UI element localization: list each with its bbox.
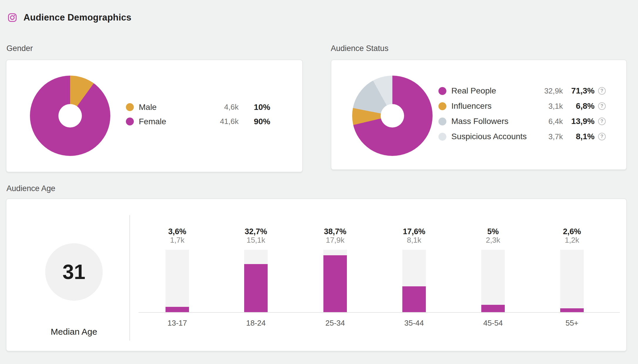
audience-status-donut-chart xyxy=(352,76,433,156)
bar-fill xyxy=(402,286,426,312)
vertical-divider xyxy=(129,215,130,341)
audience-demographics-page: Audience Demographics Gender Audience St… xyxy=(0,0,638,364)
bar-fill xyxy=(244,264,268,312)
page-title: Audience Demographics xyxy=(23,12,131,23)
bar-category-label: 45-54 xyxy=(468,319,518,327)
legend-row-mass-followers: Mass Followers6,4k13,9%? xyxy=(438,114,606,129)
legend-color-dot xyxy=(438,118,446,125)
bar-percent-label: 17,6% xyxy=(389,227,439,236)
median-age-value: 31 xyxy=(63,260,85,284)
legend-percent: 90% xyxy=(239,117,270,126)
bar-group-35-44: 17,6%8,1k35-44 xyxy=(389,227,439,327)
help-icon[interactable]: ? xyxy=(598,118,606,125)
bar-percent-label: 32,7% xyxy=(231,227,281,236)
legend-percent: 71,3% xyxy=(563,86,595,96)
bar-percent-label: 3,6% xyxy=(152,227,202,236)
gender-section-title: Gender xyxy=(6,44,33,53)
median-age-circle: 31 xyxy=(45,243,103,301)
legend-row-female: Female41,6k90% xyxy=(126,114,270,129)
legend-value: 32,9k xyxy=(531,86,563,96)
audience-age-section-title: Audience Age xyxy=(6,184,55,193)
median-age-label: Median Age xyxy=(24,327,124,337)
bar-count-label: 8,1k xyxy=(389,236,439,244)
bar-percent-label: 5% xyxy=(468,227,518,236)
bar-count-label: 1,2k xyxy=(547,236,597,244)
bar-count-label: 1,7k xyxy=(152,236,202,244)
help-icon[interactable]: ? xyxy=(598,133,606,140)
audience-status-section-title: Audience Status xyxy=(331,44,389,53)
legend-color-dot xyxy=(438,133,446,141)
bar-fill xyxy=(481,305,505,312)
bar-track xyxy=(166,250,189,312)
legend-value: 3,7k xyxy=(531,132,563,141)
legend-color-dot xyxy=(438,102,446,110)
legend-value: 3,1k xyxy=(531,102,563,111)
bar-fill xyxy=(560,308,584,312)
bar-group-18-24: 32,7%15,1k18-24 xyxy=(231,227,281,327)
legend-row-suspicious-accounts: Suspicious Accounts3,7k8,1%? xyxy=(438,129,606,144)
audience-age-card: 31 Median Age 3,6%1,7k13-1732,7%15,1k18-… xyxy=(6,198,627,351)
bar-category-label: 25-34 xyxy=(310,319,360,327)
bar-group-13-17: 3,6%1,7k13-17 xyxy=(152,227,202,327)
bar-category-label: 18-24 xyxy=(231,319,281,327)
gender-legend: Male4,6k10%Female41,6k90% xyxy=(126,100,270,129)
bar-group-55plus: 2,6%1,2k55+ xyxy=(547,227,597,327)
bar-track xyxy=(402,250,426,312)
donut-hole xyxy=(381,104,404,127)
instagram-icon xyxy=(8,13,17,22)
donut-hole xyxy=(58,104,82,127)
bar-category-label: 55+ xyxy=(547,319,597,327)
legend-label: Influencers xyxy=(451,101,531,111)
gender-donut-chart xyxy=(30,76,110,156)
bar-fill xyxy=(166,307,189,312)
legend-value: 4,6k xyxy=(206,103,239,112)
bar-category-label: 35-44 xyxy=(389,319,439,327)
legend-label: Mass Followers xyxy=(451,117,531,126)
audience-status-card: Real People32,9k71,3%?Influencers3,1k6,8… xyxy=(331,59,627,170)
bar-category-label: 13-17 xyxy=(152,319,202,327)
legend-percent: 8,1% xyxy=(563,132,595,141)
legend-label: Female xyxy=(139,117,206,126)
page-header: Audience Demographics xyxy=(8,12,131,23)
legend-row-real-people: Real People32,9k71,3%? xyxy=(438,83,606,98)
help-icon[interactable]: ? xyxy=(598,102,606,110)
legend-color-dot xyxy=(126,103,134,111)
bar-track xyxy=(560,250,584,312)
bar-count-label: 2,3k xyxy=(468,236,518,244)
bar-track xyxy=(481,250,505,312)
bar-percent-label: 38,7% xyxy=(310,227,360,236)
bar-track xyxy=(244,250,268,312)
bar-percent-label: 2,6% xyxy=(547,227,597,236)
bar-track xyxy=(323,250,347,312)
legend-label: Male xyxy=(139,103,206,112)
help-icon[interactable]: ? xyxy=(598,87,606,95)
bar-group-45-54: 5%2,3k45-54 xyxy=(468,227,518,327)
legend-row-male: Male4,6k10% xyxy=(126,100,270,114)
bar-count-label: 15,1k xyxy=(231,236,281,244)
legend-color-dot xyxy=(126,118,134,125)
legend-percent: 6,8% xyxy=(563,101,595,111)
bar-fill xyxy=(323,255,347,312)
legend-color-dot xyxy=(438,87,446,95)
legend-label: Suspicious Accounts xyxy=(451,132,531,141)
bar-count-label: 17,9k xyxy=(310,236,360,244)
legend-percent: 10% xyxy=(239,103,270,112)
legend-percent: 13,9% xyxy=(563,117,595,126)
legend-label: Real People xyxy=(451,86,531,96)
gender-card: Male4,6k10%Female41,6k90% xyxy=(6,59,303,172)
audience-status-legend: Real People32,9k71,3%?Influencers3,1k6,8… xyxy=(438,83,606,144)
legend-value: 6,4k xyxy=(531,117,563,126)
legend-row-influencers: Influencers3,1k6,8%? xyxy=(438,98,606,114)
bar-group-25-34: 38,7%17,9k25-34 xyxy=(310,227,360,327)
legend-value: 41,6k xyxy=(206,117,239,126)
